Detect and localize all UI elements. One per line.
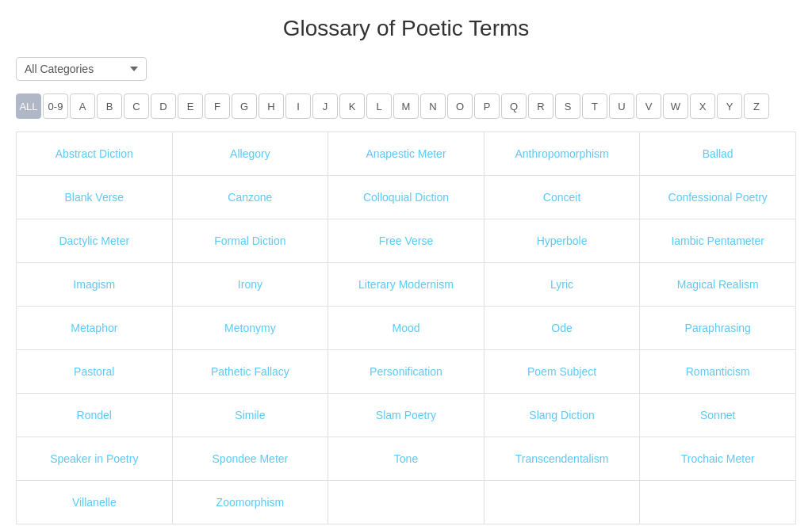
term-cell-ode[interactable]: Ode — [485, 307, 641, 350]
alpha-btn-d[interactable]: D — [151, 93, 176, 119]
term-cell-formal-diction[interactable]: Formal Diction — [173, 219, 329, 263]
alpha-btn-z[interactable]: Z — [744, 93, 769, 119]
term-cell-dactylic-meter[interactable]: Dactylic Meter — [17, 219, 173, 263]
term-cell-empty-42 — [328, 481, 485, 524]
term-cell-villanelle[interactable]: Villanelle — [17, 481, 173, 524]
alpha-btn-m[interactable]: M — [393, 93, 419, 119]
alpha-btn-w[interactable]: W — [663, 93, 688, 119]
alpha-btn-all[interactable]: ALL — [16, 93, 41, 119]
alpha-btn-a[interactable]: A — [70, 93, 95, 119]
alpha-btn-r[interactable]: R — [528, 93, 553, 119]
term-cell-empty-44 — [640, 481, 796, 524]
term-cell-slam-poetry[interactable]: Slam Poetry — [328, 394, 485, 437]
alpha-btn-c[interactable]: C — [124, 93, 149, 119]
term-cell-metonymy[interactable]: Metonymy — [173, 307, 329, 350]
term-cell-tone[interactable]: Tone — [328, 437, 485, 481]
alpha-btn-x[interactable]: X — [690, 93, 715, 119]
term-cell-anapestic-meter[interactable]: Anapestic Meter — [328, 132, 485, 176]
alpha-btn-q[interactable]: Q — [501, 93, 527, 119]
term-cell-transcendentalism[interactable]: Transcendentalism — [485, 437, 641, 481]
term-cell-personification[interactable]: Personification — [328, 350, 485, 394]
term-cell-lyric[interactable]: Lyric — [485, 263, 641, 307]
alpha-btn-h[interactable]: H — [259, 93, 284, 119]
term-cell-poem-subject[interactable]: Poem Subject — [485, 350, 641, 394]
alpha-btn-p[interactable]: P — [474, 93, 500, 119]
alpha-btn-k[interactable]: K — [339, 93, 365, 119]
term-cell-free-verse[interactable]: Free Verse — [328, 219, 485, 263]
term-cell-spondee-meter[interactable]: Spondee Meter — [173, 437, 329, 481]
term-cell-ballad[interactable]: Ballad — [640, 132, 796, 176]
alpha-btn-09[interactable]: 0-9 — [43, 93, 68, 119]
term-cell-irony[interactable]: Irony — [173, 263, 329, 307]
term-cell-empty-43 — [485, 481, 641, 524]
alpha-btn-t[interactable]: T — [582, 93, 607, 119]
term-cell-allegory[interactable]: Allegory — [173, 132, 329, 176]
alpha-btn-v[interactable]: V — [636, 93, 661, 119]
term-cell-simile[interactable]: Simile — [173, 394, 329, 437]
term-cell-rondel[interactable]: Rondel — [17, 394, 173, 437]
page-title: Glossary of Poetic Terms — [16, 16, 796, 41]
term-cell-slang-diction[interactable]: Slang Diction — [485, 394, 641, 437]
term-cell-magical-realism[interactable]: Magical Realism — [640, 263, 796, 307]
term-cell-iambic-pentameter[interactable]: Iambic Pentameter — [640, 219, 796, 263]
term-cell-mood[interactable]: Mood — [328, 307, 485, 350]
alpha-btn-b[interactable]: B — [97, 93, 122, 119]
alpha-btn-o[interactable]: O — [447, 93, 473, 119]
term-cell-canzone[interactable]: Canzone — [173, 176, 329, 219]
term-cell-romanticism[interactable]: Romanticism — [640, 350, 796, 394]
alpha-btn-l[interactable]: L — [366, 93, 392, 119]
term-cell-literary-modernism[interactable]: Literary Modernism — [328, 263, 485, 307]
alphabet-nav: ALL0-9ABCDEFGHIJKLMNOPQRSTUVWXYZ — [16, 93, 796, 119]
term-cell-trochaic-meter[interactable]: Trochaic Meter — [640, 437, 796, 481]
term-cell-pathetic-fallacy[interactable]: Pathetic Fallacy — [173, 350, 329, 394]
alpha-btn-u[interactable]: U — [609, 93, 634, 119]
term-cell-confessional-poetry[interactable]: Confessional Poetry — [640, 176, 796, 219]
controls-bar: All CategoriesDictionMeterPoetry FormsLi… — [16, 57, 796, 81]
term-cell-paraphrasing[interactable]: Paraphrasing — [640, 307, 796, 350]
alpha-btn-e[interactable]: E — [178, 93, 203, 119]
category-select[interactable]: All CategoriesDictionMeterPoetry FormsLi… — [16, 57, 147, 81]
term-cell-speaker-in-poetry[interactable]: Speaker in Poetry — [17, 437, 173, 481]
alpha-btn-i[interactable]: I — [285, 93, 311, 119]
alpha-btn-f[interactable]: F — [205, 93, 230, 119]
term-cell-anthropomorphism[interactable]: Anthropomorphism — [485, 132, 641, 176]
alpha-btn-g[interactable]: G — [232, 93, 257, 119]
term-cell-abstract-diction[interactable]: Abstract Diction — [17, 132, 173, 176]
term-cell-conceit[interactable]: Conceit — [485, 176, 641, 219]
term-cell-pastoral[interactable]: Pastoral — [17, 350, 173, 394]
alpha-btn-j[interactable]: J — [312, 93, 338, 119]
term-cell-sonnet[interactable]: Sonnet — [640, 394, 796, 437]
alpha-btn-n[interactable]: N — [420, 93, 446, 119]
term-cell-blank-verse[interactable]: Blank Verse — [17, 176, 173, 219]
terms-grid: Abstract DictionAllegoryAnapestic MeterA… — [16, 132, 796, 524]
term-cell-colloquial-diction[interactable]: Colloquial Diction — [328, 176, 485, 219]
alpha-btn-y[interactable]: Y — [717, 93, 742, 119]
term-cell-metaphor[interactable]: Metaphor — [17, 307, 173, 350]
term-cell-imagism[interactable]: Imagism — [17, 263, 173, 307]
term-cell-hyperbole[interactable]: Hyperbole — [485, 219, 641, 263]
alpha-btn-s[interactable]: S — [555, 93, 580, 119]
term-cell-zoomorphism[interactable]: Zoomorphism — [173, 481, 329, 524]
